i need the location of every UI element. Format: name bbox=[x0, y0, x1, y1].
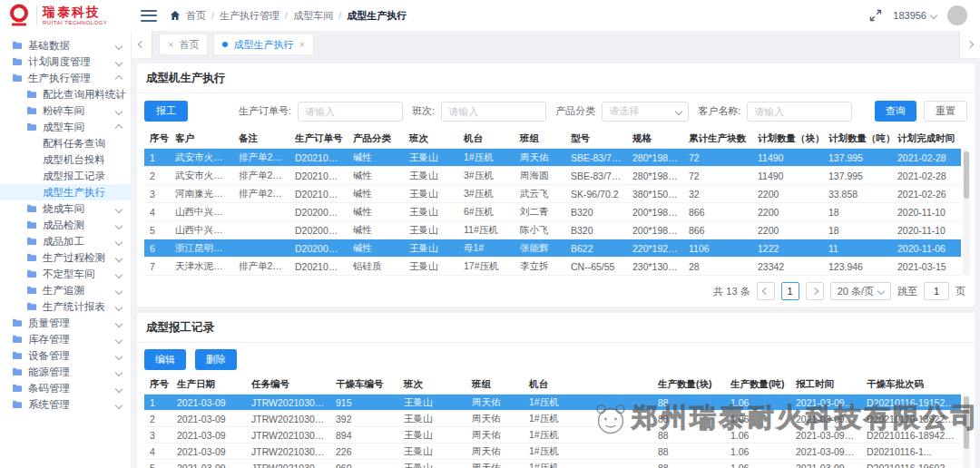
vertical-scrollbar[interactable] bbox=[963, 149, 970, 276]
home-icon[interactable] bbox=[170, 10, 181, 21]
sidebar-item-label: 系统管理 bbox=[28, 398, 70, 412]
sidebar-item-active[interactable]: 成型生产执行 bbox=[0, 184, 131, 200]
table-cell bbox=[233, 203, 289, 221]
next-page-button[interactable] bbox=[806, 282, 824, 300]
production-order-input[interactable] bbox=[298, 102, 403, 122]
table-cell: 866 bbox=[683, 203, 752, 221]
table-cell: 碱性 bbox=[348, 221, 404, 239]
tab-scroll-right-button[interactable] bbox=[960, 31, 980, 58]
sidebar-item[interactable]: 成品加工 bbox=[0, 233, 131, 249]
table-cell: 周海圆 bbox=[514, 167, 565, 185]
folder-icon bbox=[12, 384, 23, 393]
table-cell: D20210116-139220... bbox=[861, 411, 961, 427]
scrollbar-thumb[interactable] bbox=[964, 151, 969, 199]
sidebar-item[interactable]: 成品检测 bbox=[0, 217, 131, 233]
customer-name-input[interactable] bbox=[747, 102, 852, 122]
sidebar-item-label: 生产过程检测 bbox=[43, 251, 105, 265]
fullscreen-icon[interactable] bbox=[869, 9, 882, 22]
table-cell: JTRW20210309-01 bbox=[246, 460, 330, 468]
shift-input[interactable] bbox=[441, 102, 546, 122]
tab-scroll-left-button[interactable] bbox=[132, 31, 152, 58]
table-row[interactable]: 1武安市火焰山工排产单21110D20210116-1碱性王曼山1#压机周天佑S… bbox=[144, 149, 961, 167]
sidebar-item[interactable]: 粉碎车间 bbox=[0, 102, 131, 119]
tab[interactable]: ×首页 bbox=[159, 34, 208, 55]
sidebar-item[interactable]: 计划调度管理 bbox=[0, 54, 131, 70]
report-table: 序号生产日期任务编号干燥车编号班次班组机台生产数量(块)生产数量(吨)报工时间干… bbox=[144, 375, 961, 468]
collapse-menu-icon[interactable] bbox=[141, 10, 157, 22]
jump-page-input[interactable] bbox=[924, 282, 949, 300]
table-cell: 2021-03-09 bbox=[172, 444, 246, 460]
sidebar-item[interactable]: 质量管理 bbox=[0, 315, 131, 331]
chevron-down-icon bbox=[115, 43, 122, 50]
table-cell: 18 bbox=[823, 203, 892, 221]
sidebar-item[interactable]: 烧成车间 bbox=[0, 200, 131, 217]
folder-icon bbox=[12, 57, 23, 66]
table-row[interactable]: 2武安市火焰山工排产单21110D20210116-1碱性王曼山3#压机周海圆S… bbox=[144, 167, 961, 185]
table-cell: 李立拆 bbox=[514, 258, 565, 276]
report-work-button[interactable]: 报工 bbox=[144, 101, 188, 122]
breadcrumb-item[interactable]: 生产执行管理 bbox=[220, 9, 279, 23]
tab-close-icon[interactable]: × bbox=[168, 40, 173, 50]
user-id-dropdown[interactable]: 183956 bbox=[893, 10, 936, 21]
page-size-select[interactable]: 20 条/页 bbox=[830, 282, 891, 300]
execution-table: 序号客户备注生产订单号产品分类班次机台班组型号规格累计生产块数计划数量（块）计划… bbox=[144, 129, 961, 276]
sidebar-item[interactable]: 系统管理 bbox=[0, 396, 131, 413]
breadcrumb-item[interactable]: 首页 bbox=[186, 9, 206, 23]
breadcrumb-item[interactable]: 成型车间 bbox=[293, 9, 333, 23]
sidebar-item[interactable]: 成型报工记录 bbox=[0, 168, 131, 184]
sidebar-item[interactable]: 设备管理 bbox=[0, 347, 131, 364]
tab-close-icon[interactable]: × bbox=[299, 40, 304, 50]
product-category-select[interactable]: 请选择 bbox=[602, 102, 689, 122]
table-cell: 17#压机 bbox=[458, 258, 514, 276]
table-row[interactable]: 12021-03-09JTRW20210309-01915王曼山周天佑1#压机8… bbox=[144, 395, 961, 411]
sidebar-item[interactable]: 生产统计报表 bbox=[0, 298, 131, 315]
folder-icon bbox=[26, 286, 37, 295]
chevron-down-icon bbox=[115, 288, 122, 295]
table-cell: 88 bbox=[652, 395, 725, 411]
table-row[interactable]: 4山西中兴水泥有D20200035-3碱性王曼山6#压机刘二青B320200*1… bbox=[144, 203, 961, 221]
avatar[interactable] bbox=[947, 5, 967, 25]
edit-button[interactable]: 编辑 bbox=[144, 349, 186, 370]
delete-button[interactable]: 删除 bbox=[195, 349, 237, 370]
column-header: 任务编号 bbox=[246, 375, 330, 395]
sidebar-item[interactable]: 配比查询用料统计 bbox=[0, 86, 131, 102]
table-cell: 894 bbox=[330, 427, 398, 444]
tab-active[interactable]: 成型生产执行× bbox=[213, 34, 313, 55]
table-row[interactable]: 7天津水泥工业设排产单21115 建D20210115-1铝硅质王曼山17#压机… bbox=[144, 258, 961, 276]
table-cell: 137.995 bbox=[823, 167, 892, 185]
table-cell: D20210116-1... bbox=[861, 444, 961, 460]
table-cell: 392 bbox=[330, 411, 398, 427]
table-cell: 1222 bbox=[752, 239, 823, 258]
sidebar-item[interactable]: 能源管理 bbox=[0, 364, 131, 380]
table-row[interactable]: 3河南豫光金铅股排产单21034D20210045-2碱性王曼山3#压机武云飞S… bbox=[144, 185, 961, 203]
filter-bar: 报工 生产订单号: 班次: 产品分类 请选择 bbox=[137, 93, 975, 129]
vertical-scrollbar[interactable] bbox=[963, 395, 970, 468]
chevron-down-icon bbox=[115, 206, 122, 213]
sidebar-item[interactable]: 库存管理 bbox=[0, 331, 131, 347]
chevron-down-icon bbox=[115, 255, 122, 262]
sidebar-item[interactable]: 配料任务查询 bbox=[0, 135, 131, 151]
sidebar-item[interactable]: 成型车间 bbox=[0, 119, 131, 135]
table-row[interactable]: 22021-03-09JTRW20210309-01392王曼山周天佑1#压机8… bbox=[144, 411, 961, 427]
sidebar-item[interactable]: 条码管理 bbox=[0, 380, 131, 396]
prev-page-button[interactable] bbox=[757, 282, 775, 300]
column-header: 规格 bbox=[627, 129, 683, 149]
scrollbar-thumb[interactable] bbox=[964, 396, 969, 449]
search-button[interactable]: 查询 bbox=[875, 101, 916, 122]
table-row[interactable]: 42021-03-09JTRW20210309-01226王曼山周天佑1#压机8… bbox=[144, 444, 961, 460]
sidebar-item[interactable]: 基础数据 bbox=[0, 37, 131, 54]
table-row[interactable]: 6浙江昆明水泥有D20200018-3碱性王曼山母1#张能辉B622220*19… bbox=[144, 239, 961, 258]
table-row[interactable]: 52021-03-09JTRW20210309-01960王曼山周天佑1#压机8… bbox=[144, 460, 961, 468]
table-row[interactable]: 32021-03-09JTRW20210309-01894王曼山周天佑1#压机8… bbox=[144, 427, 961, 444]
current-page-button[interactable]: 1 bbox=[781, 282, 799, 300]
jump-suffix: 页 bbox=[956, 285, 965, 298]
sidebar-item[interactable]: 生产执行管理 bbox=[0, 70, 131, 86]
sidebar-item[interactable]: 生产追溯 bbox=[0, 282, 131, 298]
sidebar-item[interactable]: 成型机台投料 bbox=[0, 151, 131, 168]
column-header: 班组 bbox=[514, 129, 565, 149]
sidebar-item[interactable]: 生产过程检测 bbox=[0, 249, 131, 266]
reset-button[interactable]: 重置 bbox=[924, 101, 967, 122]
table-cell: 王曼山 bbox=[398, 427, 466, 444]
sidebar-item[interactable]: 不定型车间 bbox=[0, 266, 131, 282]
table-row[interactable]: 5山西中兴水泥有D20200035-3碱性王曼山11#压机陈小飞B320200*… bbox=[144, 221, 961, 239]
